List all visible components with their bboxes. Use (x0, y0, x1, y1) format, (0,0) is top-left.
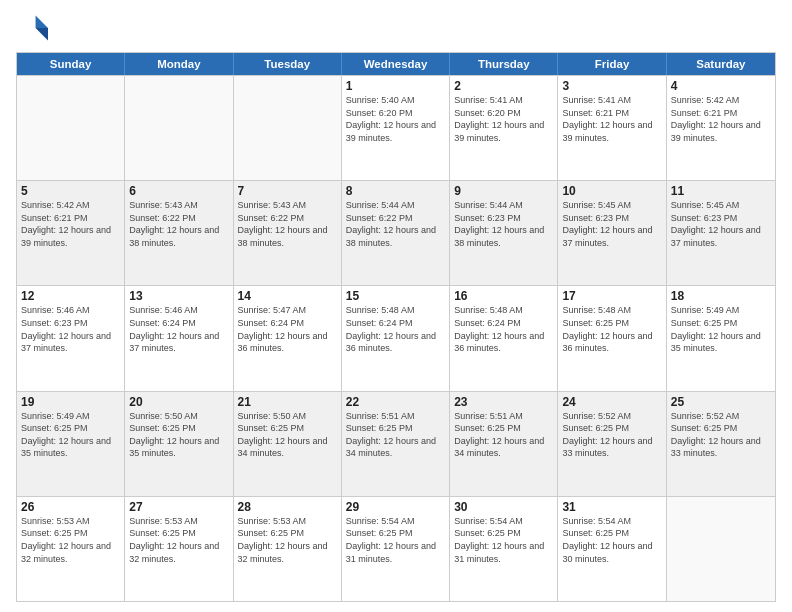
day-info: Sunrise: 5:53 AMSunset: 6:25 PMDaylight:… (21, 515, 120, 565)
calendar-cell: 5Sunrise: 5:42 AMSunset: 6:21 PMDaylight… (17, 181, 125, 285)
day-info: Sunrise: 5:50 AMSunset: 6:25 PMDaylight:… (238, 410, 337, 460)
svg-marker-0 (36, 16, 48, 28)
day-info: Sunrise: 5:41 AMSunset: 6:20 PMDaylight:… (454, 94, 553, 144)
calendar-body: 1Sunrise: 5:40 AMSunset: 6:20 PMDaylight… (17, 75, 775, 601)
calendar-cell: 14Sunrise: 5:47 AMSunset: 6:24 PMDayligh… (234, 286, 342, 390)
calendar-cell: 2Sunrise: 5:41 AMSunset: 6:20 PMDaylight… (450, 76, 558, 180)
day-info: Sunrise: 5:52 AMSunset: 6:25 PMDaylight:… (671, 410, 771, 460)
calendar-cell: 3Sunrise: 5:41 AMSunset: 6:21 PMDaylight… (558, 76, 666, 180)
day-number: 3 (562, 79, 661, 93)
day-number: 22 (346, 395, 445, 409)
day-number: 29 (346, 500, 445, 514)
calendar-cell (125, 76, 233, 180)
day-number: 21 (238, 395, 337, 409)
calendar-cell: 7Sunrise: 5:43 AMSunset: 6:22 PMDaylight… (234, 181, 342, 285)
day-info: Sunrise: 5:42 AMSunset: 6:21 PMDaylight:… (671, 94, 771, 144)
day-number: 13 (129, 289, 228, 303)
day-number: 5 (21, 184, 120, 198)
day-number: 31 (562, 500, 661, 514)
calendar-cell: 23Sunrise: 5:51 AMSunset: 6:25 PMDayligh… (450, 392, 558, 496)
day-info: Sunrise: 5:43 AMSunset: 6:22 PMDaylight:… (238, 199, 337, 249)
calendar: SundayMondayTuesdayWednesdayThursdayFrid… (16, 52, 776, 602)
day-number: 19 (21, 395, 120, 409)
day-number: 15 (346, 289, 445, 303)
day-number: 25 (671, 395, 771, 409)
day-info: Sunrise: 5:46 AMSunset: 6:24 PMDaylight:… (129, 304, 228, 354)
day-number: 16 (454, 289, 553, 303)
day-info: Sunrise: 5:53 AMSunset: 6:25 PMDaylight:… (129, 515, 228, 565)
page: SundayMondayTuesdayWednesdayThursdayFrid… (0, 0, 792, 612)
calendar-cell: 25Sunrise: 5:52 AMSunset: 6:25 PMDayligh… (667, 392, 775, 496)
day-info: Sunrise: 5:47 AMSunset: 6:24 PMDaylight:… (238, 304, 337, 354)
day-number: 9 (454, 184, 553, 198)
calendar-cell: 10Sunrise: 5:45 AMSunset: 6:23 PMDayligh… (558, 181, 666, 285)
calendar-cell: 15Sunrise: 5:48 AMSunset: 6:24 PMDayligh… (342, 286, 450, 390)
day-info: Sunrise: 5:53 AMSunset: 6:25 PMDaylight:… (238, 515, 337, 565)
calendar-cell: 30Sunrise: 5:54 AMSunset: 6:25 PMDayligh… (450, 497, 558, 601)
day-number: 17 (562, 289, 661, 303)
svg-rect-2 (16, 16, 36, 41)
calendar-week-row: 5Sunrise: 5:42 AMSunset: 6:21 PMDaylight… (17, 180, 775, 285)
calendar-cell: 6Sunrise: 5:43 AMSunset: 6:22 PMDaylight… (125, 181, 233, 285)
day-number: 20 (129, 395, 228, 409)
calendar-header-cell: Saturday (667, 53, 775, 75)
day-number: 18 (671, 289, 771, 303)
day-info: Sunrise: 5:42 AMSunset: 6:21 PMDaylight:… (21, 199, 120, 249)
day-number: 7 (238, 184, 337, 198)
calendar-cell: 26Sunrise: 5:53 AMSunset: 6:25 PMDayligh… (17, 497, 125, 601)
day-number: 14 (238, 289, 337, 303)
calendar-cell (667, 497, 775, 601)
day-number: 8 (346, 184, 445, 198)
calendar-header-cell: Wednesday (342, 53, 450, 75)
day-number: 11 (671, 184, 771, 198)
day-info: Sunrise: 5:41 AMSunset: 6:21 PMDaylight:… (562, 94, 661, 144)
day-info: Sunrise: 5:51 AMSunset: 6:25 PMDaylight:… (346, 410, 445, 460)
calendar-cell: 16Sunrise: 5:48 AMSunset: 6:24 PMDayligh… (450, 286, 558, 390)
calendar-cell: 13Sunrise: 5:46 AMSunset: 6:24 PMDayligh… (125, 286, 233, 390)
calendar-cell: 8Sunrise: 5:44 AMSunset: 6:22 PMDaylight… (342, 181, 450, 285)
calendar-header: SundayMondayTuesdayWednesdayThursdayFrid… (17, 53, 775, 75)
calendar-cell: 27Sunrise: 5:53 AMSunset: 6:25 PMDayligh… (125, 497, 233, 601)
calendar-cell: 24Sunrise: 5:52 AMSunset: 6:25 PMDayligh… (558, 392, 666, 496)
day-info: Sunrise: 5:46 AMSunset: 6:23 PMDaylight:… (21, 304, 120, 354)
day-number: 1 (346, 79, 445, 93)
day-number: 2 (454, 79, 553, 93)
svg-marker-1 (36, 28, 48, 40)
day-info: Sunrise: 5:52 AMSunset: 6:25 PMDaylight:… (562, 410, 661, 460)
day-info: Sunrise: 5:54 AMSunset: 6:25 PMDaylight:… (454, 515, 553, 565)
calendar-cell: 19Sunrise: 5:49 AMSunset: 6:25 PMDayligh… (17, 392, 125, 496)
day-info: Sunrise: 5:40 AMSunset: 6:20 PMDaylight:… (346, 94, 445, 144)
calendar-cell: 9Sunrise: 5:44 AMSunset: 6:23 PMDaylight… (450, 181, 558, 285)
day-number: 26 (21, 500, 120, 514)
logo (16, 12, 52, 44)
calendar-cell (234, 76, 342, 180)
day-number: 6 (129, 184, 228, 198)
calendar-cell: 18Sunrise: 5:49 AMSunset: 6:25 PMDayligh… (667, 286, 775, 390)
calendar-cell: 1Sunrise: 5:40 AMSunset: 6:20 PMDaylight… (342, 76, 450, 180)
day-info: Sunrise: 5:49 AMSunset: 6:25 PMDaylight:… (21, 410, 120, 460)
calendar-header-cell: Friday (558, 53, 666, 75)
calendar-header-cell: Tuesday (234, 53, 342, 75)
day-number: 23 (454, 395, 553, 409)
logo-icon (16, 12, 48, 44)
day-number: 27 (129, 500, 228, 514)
day-info: Sunrise: 5:49 AMSunset: 6:25 PMDaylight:… (671, 304, 771, 354)
header (16, 12, 776, 44)
calendar-week-row: 19Sunrise: 5:49 AMSunset: 6:25 PMDayligh… (17, 391, 775, 496)
calendar-week-row: 12Sunrise: 5:46 AMSunset: 6:23 PMDayligh… (17, 285, 775, 390)
day-info: Sunrise: 5:48 AMSunset: 6:24 PMDaylight:… (346, 304, 445, 354)
day-number: 30 (454, 500, 553, 514)
calendar-cell: 11Sunrise: 5:45 AMSunset: 6:23 PMDayligh… (667, 181, 775, 285)
calendar-cell: 29Sunrise: 5:54 AMSunset: 6:25 PMDayligh… (342, 497, 450, 601)
calendar-cell: 22Sunrise: 5:51 AMSunset: 6:25 PMDayligh… (342, 392, 450, 496)
day-info: Sunrise: 5:45 AMSunset: 6:23 PMDaylight:… (671, 199, 771, 249)
calendar-week-row: 1Sunrise: 5:40 AMSunset: 6:20 PMDaylight… (17, 75, 775, 180)
day-info: Sunrise: 5:44 AMSunset: 6:23 PMDaylight:… (454, 199, 553, 249)
day-info: Sunrise: 5:45 AMSunset: 6:23 PMDaylight:… (562, 199, 661, 249)
day-number: 4 (671, 79, 771, 93)
day-info: Sunrise: 5:50 AMSunset: 6:25 PMDaylight:… (129, 410, 228, 460)
day-number: 10 (562, 184, 661, 198)
calendar-cell: 17Sunrise: 5:48 AMSunset: 6:25 PMDayligh… (558, 286, 666, 390)
day-number: 24 (562, 395, 661, 409)
day-info: Sunrise: 5:43 AMSunset: 6:22 PMDaylight:… (129, 199, 228, 249)
